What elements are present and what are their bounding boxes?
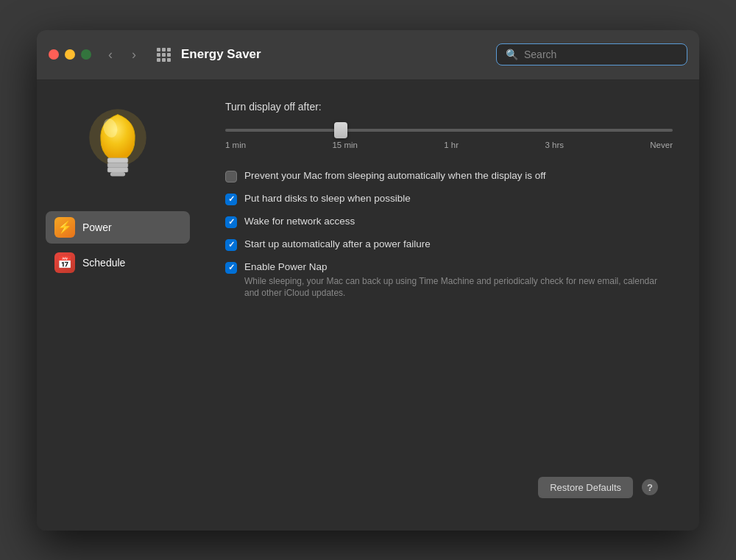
checkbox-hard-disks-label: Put hard disks to sleep when possible [244, 193, 411, 204]
checkbox-power-nap-desc: While sleeping, your Mac can back up usi… [244, 275, 673, 300]
tick-3hrs: 3 hrs [545, 141, 564, 149]
checkbox-startup-power[interactable]: ✓ Start up automatically after a power f… [225, 238, 673, 251]
window-title: Energy Saver [181, 47, 496, 62]
sidebar-nav: ⚡ Power 📅 Schedule [46, 211, 190, 279]
titlebar: ‹ › Energy Saver 🔍 [37, 30, 699, 80]
maximize-button[interactable] [81, 49, 91, 60]
checkbox-hard-disks[interactable]: ✓ Put hard disks to sleep when possible [225, 193, 673, 205]
search-input[interactable] [524, 49, 678, 60]
checkbox-startup-power-box[interactable]: ✓ [225, 239, 237, 251]
main-content: ⚡ Power 📅 Schedule Turn display off afte… [37, 80, 699, 531]
checkbox-wake-network-label: Wake for network access [244, 216, 355, 227]
checkbox-startup-power-label: Start up automatically after a power fai… [244, 238, 431, 249]
slider-section: Turn display off after: 1 min 15 min 1 h… [225, 101, 673, 149]
tick-1min: 1 min [225, 141, 246, 149]
main-window: ‹ › Energy Saver 🔍 [37, 30, 699, 531]
search-icon: 🔍 [506, 49, 518, 60]
sidebar-item-schedule[interactable]: 📅 Schedule [46, 247, 190, 279]
sidebar-item-power[interactable]: ⚡ Power [46, 211, 190, 244]
checkbox-power-nap[interactable]: ✓ Enable Power Nap While sleeping, your … [225, 261, 673, 300]
svg-rect-3 [107, 163, 128, 167]
power-icon: ⚡ [54, 217, 75, 238]
svg-rect-5 [110, 172, 125, 177]
grid-icon[interactable] [153, 44, 174, 65]
restore-defaults-button[interactable]: Restore Defaults [538, 477, 633, 498]
schedule-icon: 📅 [54, 252, 75, 273]
close-button[interactable] [49, 49, 59, 60]
checkmark-startup-power: ✓ [228, 241, 235, 249]
sidebar: ⚡ Power 📅 Schedule [37, 80, 199, 531]
checkmark-wake-network: ✓ [228, 218, 235, 226]
checkbox-power-nap-box[interactable]: ✓ [225, 262, 237, 274]
sidebar-item-schedule-label: Schedule [82, 257, 125, 269]
tick-1hr: 1 hr [444, 141, 459, 149]
nav-buttons: ‹ › [100, 44, 144, 65]
svg-rect-2 [107, 157, 128, 162]
back-button[interactable]: ‹ [100, 44, 121, 65]
sidebar-item-power-label: Power [82, 221, 112, 233]
checkmark-power-nap: ✓ [228, 263, 235, 272]
slider-tick-labels: 1 min 15 min 1 hr 3 hrs Never [225, 141, 673, 149]
checkbox-prevent-sleep-box[interactable] [225, 171, 237, 182]
slider-label: Turn display off after: [225, 101, 673, 113]
tick-15min: 15 min [332, 141, 358, 149]
checkbox-hard-disks-box[interactable]: ✓ [225, 194, 237, 205]
bottom-bar: Restore Defaults ? [225, 468, 673, 510]
grid-dots-icon [157, 48, 171, 62]
display-sleep-slider[interactable] [225, 129, 673, 132]
search-box[interactable]: 🔍 [496, 43, 687, 65]
tick-never: Never [650, 141, 673, 149]
checkbox-wake-network-box[interactable]: ✓ [225, 216, 237, 228]
checkbox-power-nap-label: Enable Power Nap [244, 261, 673, 272]
help-button[interactable]: ? [642, 479, 658, 495]
checkmark-hard-disks: ✓ [228, 195, 235, 203]
forward-button[interactable]: › [124, 44, 144, 65]
checkbox-wake-network[interactable]: ✓ Wake for network access [225, 216, 673, 228]
minimize-button[interactable] [65, 49, 75, 60]
checkbox-prevent-sleep[interactable]: Prevent your Mac from sleeping automatic… [225, 170, 673, 182]
traffic-lights [49, 49, 91, 60]
checkbox-prevent-sleep-label: Prevent your Mac from sleeping automatic… [244, 170, 545, 181]
svg-rect-4 [107, 167, 128, 171]
checkbox-list: Prevent your Mac from sleeping automatic… [225, 170, 673, 300]
content-panel: Turn display off after: 1 min 15 min 1 h… [199, 80, 699, 531]
bulb-icon [77, 102, 158, 191]
